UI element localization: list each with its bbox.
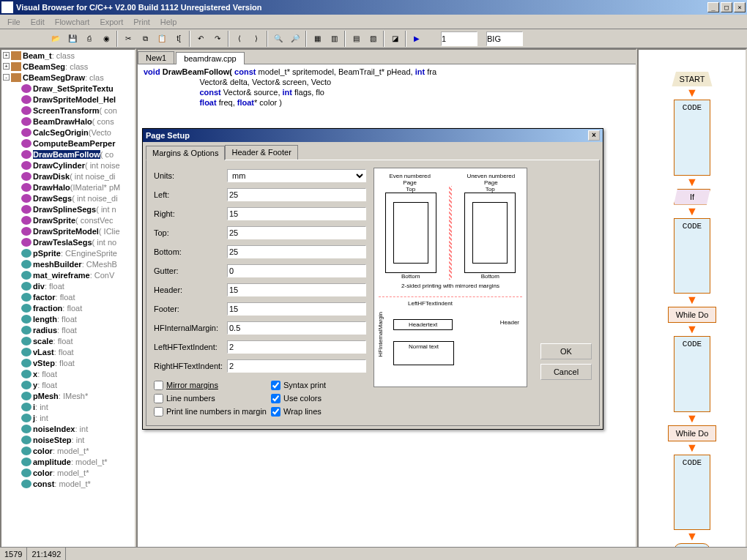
left-input[interactable] (227, 188, 366, 201)
run-icon[interactable]: ▶ (409, 31, 425, 47)
menu-print[interactable]: Print (129, 16, 155, 28)
find-next-icon[interactable]: 🔎 (287, 31, 303, 47)
tree-item[interactable]: scale: float (1, 335, 135, 346)
menu-edit[interactable]: Edit (26, 16, 49, 28)
tree-item[interactable]: pMesh: IMesh* (1, 390, 135, 401)
tree-item[interactable]: ScreenTransform( con (1, 105, 135, 116)
tree-item[interactable]: -CBeamSegDraw: clas (1, 72, 135, 83)
tool-d-icon[interactable]: ▧ (365, 31, 381, 47)
tree-item[interactable]: pSprite: CEngineSprite (1, 247, 135, 258)
redo-icon[interactable]: ↷ (209, 31, 226, 47)
tool-e-icon[interactable]: ◪ (387, 31, 403, 47)
tree-item[interactable]: div: float (1, 280, 135, 291)
bracket-left-icon[interactable]: ⟨ (231, 31, 248, 47)
tree-item[interactable]: fraction: float (1, 302, 135, 313)
line-numbers-checkbox[interactable] (154, 394, 163, 403)
undo-icon[interactable]: ↶ (193, 31, 209, 47)
tool-a-icon[interactable]: ▦ (309, 31, 325, 47)
tree-item[interactable]: y: float (1, 379, 135, 390)
print-margin-checkbox[interactable] (154, 407, 163, 417)
cut-icon[interactable]: ✂ (120, 31, 136, 47)
tree-item[interactable]: DrawTeslaSegs( int no (1, 236, 135, 247)
tree-item[interactable]: DrawBeamFollow( co (1, 149, 135, 160)
tree-item[interactable]: x: float (1, 368, 135, 379)
combo-1[interactable] (441, 31, 477, 46)
use-colors-checkbox[interactable] (271, 394, 280, 403)
tree-item[interactable]: radius: float (1, 324, 135, 335)
preview-icon[interactable]: ◉ (98, 31, 114, 47)
tree-item[interactable]: CalcSegOrigin(Vecto (1, 127, 135, 138)
right-input[interactable] (227, 207, 366, 220)
copy-icon[interactable]: ⧉ (137, 31, 153, 47)
format-icon[interactable]: t[ (171, 31, 187, 47)
header-input[interactable] (227, 283, 366, 296)
tree-item[interactable]: mat_wireframe: ConV (1, 269, 135, 280)
tree-item[interactable]: +CBeamSeg: class (1, 61, 135, 72)
tree-item[interactable]: DrawSpriteModel_Hel (1, 94, 135, 105)
tree-item[interactable]: color: model_t* (1, 467, 135, 478)
tree-item[interactable]: noiseIndex: int (1, 423, 135, 434)
top-input[interactable] (227, 226, 366, 239)
tool-c-icon[interactable]: ▤ (348, 31, 364, 47)
tree-item[interactable]: BeamDrawHalo( cons (1, 116, 135, 127)
tree-item[interactable]: DrawSegs( int noise_di (1, 193, 135, 204)
tree-item[interactable]: Draw_SetSpriteTextu (1, 83, 135, 94)
expander-icon[interactable]: - (3, 74, 10, 81)
tree-item[interactable]: DrawHalo(IMaterial* pM (1, 182, 135, 193)
bottom-input[interactable] (227, 245, 366, 258)
save-icon[interactable]: 💾 (64, 31, 81, 47)
flow-start[interactable]: START (672, 72, 712, 86)
combo-2[interactable] (486, 31, 523, 46)
units-select[interactable]: mm (227, 169, 366, 182)
tree-item[interactable]: j: int (1, 412, 135, 423)
tree-item[interactable]: DrawSprite( constVec (1, 214, 135, 225)
tree-item[interactable]: DrawSplineSegs( int n (1, 204, 135, 214)
rhfti-input[interactable] (227, 359, 366, 373)
menu-help[interactable]: Help (156, 16, 182, 28)
print-icon[interactable]: ⎙ (81, 31, 97, 47)
tree-item[interactable]: amplitude: model_t* (1, 456, 135, 467)
expander-icon[interactable]: + (3, 52, 10, 59)
footer-input[interactable] (227, 302, 366, 316)
tree-item[interactable]: DrawSpriteModel( IClie (1, 225, 135, 236)
close-button[interactable]: × (734, 2, 746, 12)
minimize-button[interactable]: _ (707, 2, 719, 12)
cancel-button[interactable]: Cancel (540, 364, 592, 380)
menu-flowchart[interactable]: Flowchart (51, 16, 94, 28)
gutter-input[interactable] (227, 264, 366, 277)
tree-item[interactable]: +Beam_t: class (1, 50, 135, 61)
tab-beamdraw[interactable]: beamdraw.cpp (176, 52, 245, 64)
mirror-margins-checkbox[interactable] (154, 381, 163, 390)
tab-margins-options[interactable]: Margins & Options (146, 146, 225, 160)
menu-file[interactable]: File (3, 16, 25, 28)
dialog-close-button[interactable]: × (588, 130, 600, 141)
tree-item[interactable]: DrawCylinder( int noise (1, 160, 135, 171)
tree-item[interactable]: factor: float (1, 291, 135, 302)
tree-item[interactable]: const: model_t* (1, 478, 135, 489)
lhfti-input[interactable] (227, 340, 366, 354)
open-icon[interactable]: 📂 (48, 31, 64, 47)
tab-new1[interactable]: New1 (138, 51, 174, 64)
syntax-print-checkbox[interactable] (271, 381, 280, 390)
tree-item[interactable]: DrawDisk( int noise_di (1, 171, 135, 182)
class-tree[interactable]: +Beam_t: class+CBeamSeg: class-CBeamSegD… (0, 48, 136, 560)
tool-b-icon[interactable]: ▥ (326, 31, 342, 47)
flow-code[interactable]: CODE (674, 100, 710, 176)
flow-while[interactable]: While Do (668, 307, 717, 323)
expander-icon[interactable]: + (3, 63, 10, 70)
tree-item[interactable]: i: int (1, 401, 135, 412)
tab-header-footer[interactable]: Header & Footer (225, 145, 297, 160)
wrap-lines-checkbox[interactable] (271, 407, 280, 417)
tree-item[interactable]: color: model_t* (1, 445, 135, 456)
find-icon[interactable]: 🔍 (270, 31, 286, 47)
paste-icon[interactable]: 📋 (154, 31, 170, 47)
maximize-button[interactable]: □ (721, 2, 732, 12)
dialog-titlebar[interactable]: Page Setup × (143, 129, 603, 142)
flow-code[interactable]: CODE (674, 218, 710, 294)
tree-item[interactable]: ComputeBeamPerper (1, 138, 135, 149)
tree-item[interactable]: vStep: float (1, 357, 135, 368)
tree-item[interactable]: meshBuilder: CMeshB (1, 258, 135, 269)
flow-code[interactable]: CODE (674, 455, 710, 531)
menu-export[interactable]: Export (95, 16, 127, 28)
bracket-right-icon[interactable]: ⟩ (248, 31, 264, 47)
